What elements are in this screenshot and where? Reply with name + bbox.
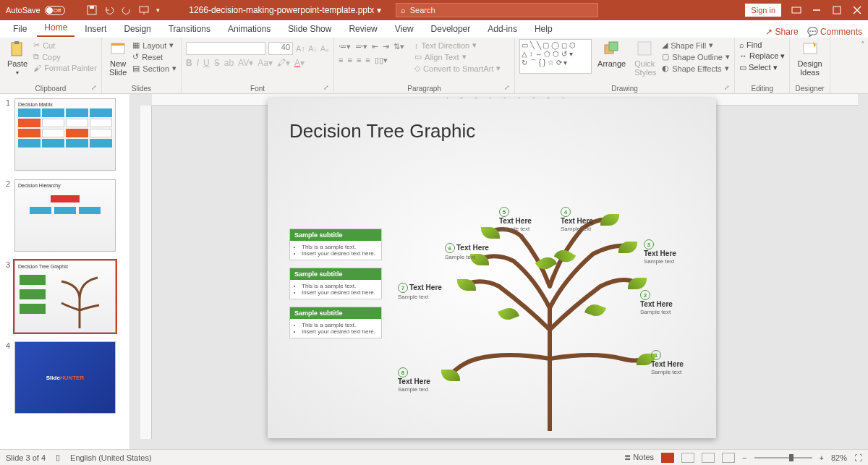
qat-more-icon[interactable]: ▾ <box>156 7 160 14</box>
tree-node-4[interactable]: 4Text HereSample text <box>561 207 593 232</box>
font-size-select[interactable]: 40 <box>268 42 293 55</box>
subtitle-card-2[interactable]: Sample subtitle This is a sample text.In… <box>289 268 382 299</box>
zoom-out-icon[interactable]: − <box>742 453 746 462</box>
align-text-button[interactable]: ▭Align Text ▾ <box>414 52 467 61</box>
shapes-gallery[interactable]: ▭ ╲ ╲ ▢ ◯ ◻ ⬡△ ↕ ↔ ⬠ ⬡ ↺ ▾↻ ⌒ { } ☆ ⟳ ▾ <box>519 39 592 74</box>
clipboard-dialog-icon[interactable]: ⤢ <box>91 84 97 91</box>
tab-insert[interactable]: Insert <box>77 21 114 37</box>
design-ideas-button[interactable]: Design Ideas <box>794 39 825 78</box>
tree-node-1[interactable]: 1Text HereSample text <box>651 350 684 375</box>
font-dialog-icon[interactable]: ⤢ <box>323 84 329 91</box>
font-family-select[interactable] <box>186 42 265 55</box>
slide-editor[interactable]: · · 4 · · · 3 · · · 2 · · · 1 · · · 0 · … <box>130 94 868 449</box>
ribbon-options-icon[interactable] <box>791 5 801 15</box>
thumbnail-4[interactable]: SlideHUNTER <box>14 341 116 414</box>
bold-button[interactable]: B <box>186 58 192 68</box>
slide-canvas[interactable]: Decision Tree Graphic Sample subtitle Th… <box>268 98 716 438</box>
bullets-icon[interactable]: ≔▾ <box>339 42 351 51</box>
minimize-icon[interactable] <box>812 5 822 15</box>
section-button[interactable]: ▤Section ▾ <box>132 64 176 73</box>
tree-node-7[interactable]: 7Text HereSample text <box>398 283 442 300</box>
save-icon[interactable] <box>87 5 97 15</box>
slideshow-icon[interactable] <box>139 5 149 15</box>
tab-developer[interactable]: Developer <box>424 21 478 37</box>
tree-node-6[interactable]: 6Text HereSample text <box>445 243 489 260</box>
shape-fill-button[interactable]: ◢Shape Fill ▾ <box>662 40 713 50</box>
layout-button[interactable]: ▦Layout ▾ <box>132 40 174 50</box>
tree-node-5[interactable]: 5Text HereSample text <box>499 207 532 232</box>
align-right-icon[interactable]: ≡ <box>357 56 361 65</box>
tab-transitions[interactable]: Transitions <box>161 21 218 37</box>
replace-button[interactable]: ↔ Replace ▾ <box>739 51 785 61</box>
paragraph-dialog-icon[interactable]: ⤢ <box>504 84 510 91</box>
justify-icon[interactable]: ≡ <box>365 56 370 65</box>
numbering-icon[interactable]: ≕▾ <box>355 42 367 51</box>
tree-node-2[interactable]: 2Text HereSample text <box>640 290 673 315</box>
slide-counter[interactable]: Slide 3 of 4 <box>6 453 46 462</box>
tab-addins[interactable]: Add-ins <box>480 21 524 37</box>
font-color-button[interactable]: A▾ <box>294 58 305 68</box>
clear-format-icon[interactable]: Aₓ <box>320 44 329 54</box>
sorter-view-icon[interactable] <box>681 453 694 463</box>
thumbnail-1[interactable]: Decision Matrix <box>14 98 116 171</box>
tree-node-3[interactable]: 3Text HereSample text <box>644 239 676 265</box>
comments-button[interactable]: 💬 Comments <box>807 27 862 37</box>
tab-home[interactable]: Home <box>37 20 75 37</box>
line-spacing-icon[interactable]: ⇅▾ <box>393 42 404 51</box>
redo-icon[interactable] <box>122 5 132 15</box>
notes-button[interactable]: ≣ Notes <box>624 453 654 462</box>
zoom-in-icon[interactable]: + <box>820 453 824 462</box>
new-slide-button[interactable]: New Slide <box>106 39 129 78</box>
reading-view-icon[interactable] <box>702 453 715 463</box>
tab-help[interactable]: Help <box>527 21 560 37</box>
document-title[interactable]: 1266-decision-making-powerpoint-template… <box>189 5 380 15</box>
drawing-dialog-icon[interactable]: ⤢ <box>724 84 730 91</box>
sign-in-button[interactable]: Sign in <box>745 4 781 17</box>
columns-icon[interactable]: ▯▯▾ <box>375 56 388 65</box>
reset-button[interactable]: ↺Reset <box>132 52 163 61</box>
copy-button[interactable]: ⧉Copy <box>33 52 61 61</box>
spacing-button[interactable]: AV▾ <box>238 58 253 68</box>
shape-outline-button[interactable]: ▢Shape Outline ▾ <box>662 52 730 61</box>
shadow-button[interactable]: ab <box>224 58 234 68</box>
italic-button[interactable]: I <box>197 58 199 68</box>
indent-dec-icon[interactable]: ⇤ <box>372 42 378 51</box>
underline-button[interactable]: U <box>203 58 210 68</box>
slide-title[interactable]: Decision Tree Graphic <box>289 120 694 142</box>
tab-design[interactable]: Design <box>116 21 158 37</box>
align-center-icon[interactable]: ≡ <box>348 56 352 65</box>
slideshow-view-icon[interactable] <box>722 453 735 463</box>
format-painter-button[interactable]: 🖌Format Painter <box>33 64 97 72</box>
select-button[interactable]: ▭ Select ▾ <box>739 63 785 72</box>
accessibility-icon[interactable]: ▯ <box>56 453 60 462</box>
case-button[interactable]: Aa▾ <box>258 58 273 68</box>
maximize-icon[interactable] <box>832 5 842 15</box>
cut-button[interactable]: ✂Cut <box>33 40 55 50</box>
align-left-icon[interactable]: ≡ <box>339 56 343 65</box>
thumbnail-2[interactable]: Decision Hierarchy <box>14 179 116 252</box>
subtitle-card-1[interactable]: Sample subtitle This is a sample text.In… <box>289 229 382 260</box>
fit-window-icon[interactable]: ⛶ <box>854 453 862 462</box>
tab-slideshow[interactable]: Slide Show <box>281 21 339 37</box>
thumbnail-3[interactable]: Decision Tree Graphic <box>14 260 116 333</box>
grow-font-icon[interactable]: A↑ <box>296 44 305 53</box>
tab-view[interactable]: View <box>388 21 421 37</box>
collapse-ribbon-icon[interactable]: ˄ <box>858 38 868 93</box>
close-icon[interactable] <box>852 5 862 15</box>
decision-tree[interactable]: 5Text HereSample text 4Text HereSample t… <box>398 142 709 431</box>
paste-button[interactable]: Paste ▾ <box>4 39 30 77</box>
autosave-toggle[interactable]: AutoSave Off <box>6 6 77 15</box>
tab-file[interactable]: File <box>6 21 34 37</box>
share-button[interactable]: ↗ Share <box>765 27 798 37</box>
arrange-button[interactable]: Arrange <box>595 39 629 69</box>
tree-node-8[interactable]: 8Text HereSample text <box>398 367 430 393</box>
zoom-level[interactable]: 82% <box>831 453 847 462</box>
shape-effects-button[interactable]: ◐Shape Effects ▾ <box>662 64 728 73</box>
tab-review[interactable]: Review <box>341 21 384 37</box>
text-direction-button[interactable]: ↕Text Direction ▾ <box>414 40 477 50</box>
normal-view-icon[interactable] <box>661 453 674 463</box>
indent-inc-icon[interactable]: ⇥ <box>383 42 389 51</box>
convert-smartart-button[interactable]: ◇Convert to SmartArt ▾ <box>414 64 501 73</box>
strike-button[interactable]: S̶ <box>214 58 220 68</box>
quick-styles-button[interactable]: Quick Styles <box>631 39 659 78</box>
